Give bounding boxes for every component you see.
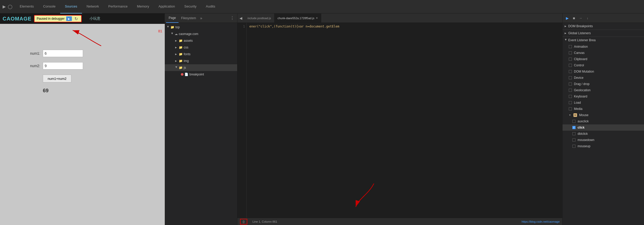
filetree-item-img[interactable]: ▶ 📁 img (165, 58, 237, 64)
media-checkbox[interactable] (569, 107, 572, 110)
bp-item-dblclick[interactable]: dblclick (563, 131, 644, 137)
bp-deactivate-icon[interactable]: ■ (571, 16, 577, 21)
dom-bp-chevron: ▶ (565, 25, 567, 27)
dom-breakpoints-header[interactable]: ▶ DOM Breakpoints (563, 23, 644, 30)
editor-tab-postload[interactable]: include.postload.js (244, 13, 275, 23)
bp-item-mouseup[interactable]: mouseup (563, 143, 644, 149)
tab-network[interactable]: Network (82, 0, 104, 13)
calc-button[interactable]: num1+num2 (43, 75, 71, 82)
bp-stepover-icon[interactable]: → (578, 16, 583, 21)
bp-item-mouse[interactable]: ▼ M Mouse (563, 112, 644, 118)
img-arrow-icon: ▶ (175, 60, 178, 62)
breakpoint-label: breakpoint (189, 73, 204, 76)
clipboard-label: Clipboard (574, 57, 587, 61)
dom-mutation-checkbox[interactable] (569, 70, 572, 73)
format-button[interactable]: {} (240, 219, 247, 224)
auxclick-checkbox[interactable] (572, 120, 576, 123)
dblclick-checkbox[interactable] (572, 132, 576, 135)
dom-bp-label: DOM Breakpoints (568, 24, 593, 28)
filetree-tab-page[interactable]: Page (166, 13, 179, 23)
css-label: css (184, 46, 188, 49)
tab-memory[interactable]: Memory (132, 0, 154, 13)
geolocation-checkbox[interactable] (569, 89, 572, 92)
postload-tab-label: include.postload.js (248, 17, 271, 20)
bp-item-drag[interactable]: Drag / drop (563, 81, 644, 87)
click-checkbox[interactable] (572, 126, 576, 129)
tab-audits[interactable]: Audits (201, 0, 220, 13)
bp-item-canvas[interactable]: Canvas (563, 50, 644, 56)
breakpoint-file-icon: 📄 (184, 73, 188, 76)
bp-item-keyboard[interactable]: Keyboard (563, 93, 644, 100)
bp-item-click[interactable]: click (563, 124, 644, 131)
tab-security[interactable]: Security (180, 0, 201, 13)
filetree-item-css[interactable]: ▶ 📁 css (165, 44, 237, 51)
editor-tab-chunk[interactable]: chunk-daee552a.1728f5ad.js ✕ (275, 13, 321, 23)
bp-stepinto-icon[interactable]: ↓ (585, 16, 590, 21)
filetree-item-js[interactable]: ▶ 📁 js (165, 64, 237, 71)
bp-item-control[interactable]: Control (563, 62, 644, 68)
line-numbers-gutter: 1 (237, 23, 247, 218)
event-label: Event Listener Brea (568, 38, 595, 42)
calc-button-row: num1+num2 (26, 75, 139, 82)
filetree-item-caomage[interactable]: ▶ ☁ caomage.com (165, 31, 237, 37)
inspect-icon[interactable]: ▶ (3, 4, 6, 9)
control-checkbox[interactable] (569, 64, 572, 67)
chunk-tab-close[interactable]: ✕ (316, 17, 318, 19)
animation-label: Animation (574, 45, 588, 48)
tab-sources[interactable]: Sources (60, 0, 82, 13)
device-checkbox[interactable] (569, 76, 572, 79)
tab-application[interactable]: Application (154, 0, 180, 13)
devtools-icons-left: ▶ ◯ (0, 4, 15, 9)
sources-panel: Page Filesystem » ⋮ ▶ 📁 top ▶ ☁ (165, 13, 644, 225)
more-tabs-icon[interactable]: » (198, 16, 204, 20)
mousedown-checkbox[interactable] (572, 138, 576, 142)
bp-item-media[interactable]: Media (563, 106, 644, 112)
bp-item-load[interactable]: Load (563, 100, 644, 106)
num2-row: num2: (26, 62, 139, 69)
bp-item-animation[interactable]: Animation (563, 44, 644, 50)
dom-mutation-label: DOM Mutation (574, 70, 594, 73)
event-listener-header[interactable]: ▶ Event Listener Brea (563, 37, 644, 44)
tab-elements[interactable]: Elements (15, 0, 38, 13)
bp-item-clipboard[interactable]: Clipboard (563, 56, 644, 62)
paused-text: Paused in debugger (37, 17, 64, 20)
mouseup-checkbox[interactable] (572, 145, 576, 148)
expand-icon[interactable]: ◀ (237, 16, 244, 20)
global-listeners-header[interactable]: ▶ Global Listeners (563, 30, 644, 37)
bp-resume-icon[interactable]: ▶ (565, 16, 570, 21)
bp-item-auxclick[interactable]: auxclick (563, 118, 644, 124)
load-checkbox[interactable] (569, 101, 572, 104)
filetree-tab-filesystem[interactable]: Filesystem (179, 13, 198, 23)
global-label: Global Listeners (568, 31, 591, 35)
control-label: Control (574, 64, 584, 67)
mobile-icon[interactable]: ◯ (8, 4, 12, 9)
num2-input[interactable] (43, 62, 83, 69)
step-over-button[interactable]: ↻ (73, 16, 79, 21)
animation-checkbox[interactable] (569, 45, 572, 48)
code-text[interactable]: ener("click",(function(t){var n=document… (247, 23, 562, 218)
bp-item-mousedown[interactable]: mousedown (563, 137, 644, 143)
mouseup-label: mouseup (578, 144, 590, 148)
filetree-item-assets[interactable]: ▶ 📁 assets (165, 37, 237, 44)
assets-folder-icon: 📁 (179, 39, 183, 43)
editor-statusbar: {} Line 1, Column 861 https://blog.csdn.… (237, 218, 562, 225)
keyboard-checkbox[interactable] (569, 95, 572, 98)
filetree-item-fonts[interactable]: ▶ 📁 fonts (165, 51, 237, 58)
tab-performance[interactable]: Performance (104, 0, 132, 13)
bp-item-device[interactable]: Device (563, 75, 644, 81)
fonts-label: fonts (184, 52, 190, 56)
bp-item-dom-mutation[interactable]: DOM Mutation (563, 68, 644, 75)
num1-input[interactable] (43, 50, 83, 57)
tab-console[interactable]: Console (38, 0, 60, 13)
num2-label: num2: (26, 64, 40, 68)
breakpoints-panel: ▶ ■ → ↓ ▶ DOM Breakpoints ▶ Global Liste… (562, 13, 644, 225)
play-resume-button[interactable] (66, 16, 72, 21)
drag-checkbox[interactable] (569, 82, 572, 86)
bp-item-geolocation[interactable]: Geolocation (563, 87, 644, 93)
status-link[interactable]: https://blog.csdn.net/caomage (522, 220, 560, 223)
filetree-item-top[interactable]: ▶ 📁 top (165, 24, 237, 31)
filetree-menu-icon[interactable]: ⋮ (229, 16, 236, 20)
clipboard-checkbox[interactable] (569, 58, 572, 61)
filetree-item-breakpoint[interactable]: 📄 breakpoint (165, 71, 237, 78)
canvas-checkbox[interactable] (569, 51, 572, 54)
